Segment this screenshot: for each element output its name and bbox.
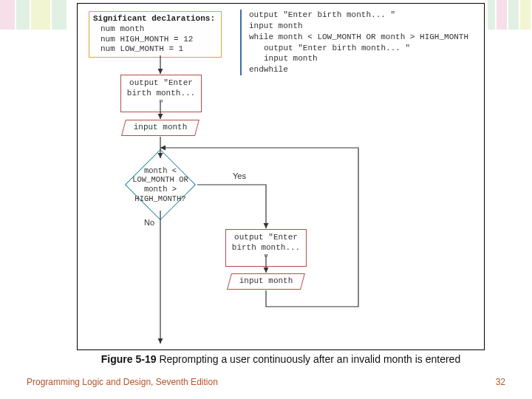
- figure-caption: Figure 5-19 Reprompting a user continuou…: [77, 353, 485, 365]
- page-number: 32: [496, 377, 505, 387]
- arrow-layer: [78, 4, 485, 351]
- footer-book-title: Programming Logic and Design, Seventh Ed…: [27, 377, 218, 387]
- flowchart-figure: Significant declarations: num month num …: [77, 3, 485, 350]
